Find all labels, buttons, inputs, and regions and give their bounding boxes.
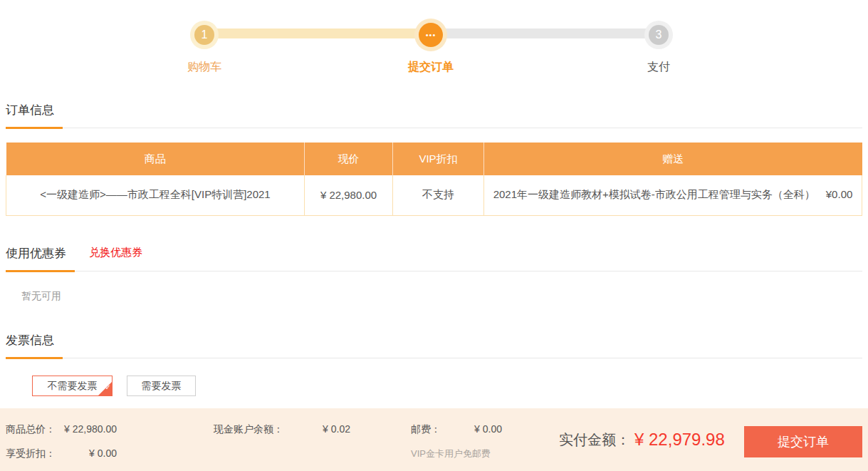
step-submit-circle: ••• xyxy=(414,19,447,51)
ellipsis-icon: ••• xyxy=(419,23,443,47)
col-header-price: 现价 xyxy=(305,143,393,175)
step-submit-label: 提交订单 xyxy=(408,60,454,75)
col-header-gift: 赠送 xyxy=(484,143,862,175)
payable-value: ¥ 22,979.98 xyxy=(634,430,725,450)
need-invoice-label: 需要发票 xyxy=(142,380,182,391)
discount-label: 享受折扣： xyxy=(6,448,61,459)
step-cart-circle: 1 xyxy=(190,21,219,49)
payable-label: 实付金额： xyxy=(559,430,630,450)
order-table: 商品 现价 VIP折扣 赠送 <一级建造师>——市政工程全科[VIP特训营]20… xyxy=(6,143,862,216)
total-price-value: ¥ 22,980.00 xyxy=(61,424,117,435)
postage-note: VIP金卡用户免邮费 xyxy=(411,448,491,459)
invoice-section: 发票信息 不需要发票 ✓ 需要发票 xyxy=(6,333,862,396)
no-invoice-button[interactable]: 不需要发票 ✓ xyxy=(32,376,113,396)
step-pay-circle: 3 xyxy=(644,21,673,49)
order-table-row: <一级建造师>——市政工程全科[VIP特训营]2021 ¥ 22,980.00 … xyxy=(6,175,862,215)
total-price-label: 商品总价： xyxy=(6,424,61,435)
step-pay-label: 支付 xyxy=(647,60,670,75)
title-underline xyxy=(6,357,63,359)
coupon-title: 使用优惠券 xyxy=(6,246,66,262)
invoice-options: 不需要发票 ✓ 需要发票 xyxy=(6,376,862,396)
step-cart-label: 购物车 xyxy=(187,60,221,75)
step-cart-number: 1 xyxy=(194,25,214,45)
invoice-header: 发票信息 xyxy=(6,333,862,358)
cash-balance-group: 现金账户余额： ¥ 0.02 xyxy=(214,424,350,448)
discount-value: ¥ 0.00 xyxy=(61,448,117,459)
stepper-segment-done xyxy=(204,29,431,38)
cell-product-name: <一级建造师>——市政工程全科[VIP特训营]2021 xyxy=(6,175,305,215)
cell-vip-discount: 不支持 xyxy=(393,175,484,215)
no-invoice-label: 不需要发票 xyxy=(48,380,98,391)
checkout-stepper: 1 ••• 3 购物车 提交订单 支付 xyxy=(0,0,868,80)
payable-amount-group: 实付金额： ¥ 22,979.98 xyxy=(559,408,725,471)
order-summary-bar: 商品总价： ¥ 22,980.00 享受折扣： ¥ 0.00 现金账户余额： ¥… xyxy=(0,408,868,471)
col-header-vip-discount: VIP折扣 xyxy=(393,143,484,175)
col-header-product: 商品 xyxy=(6,143,305,175)
submit-order-button[interactable]: 提交订单 xyxy=(744,426,862,457)
order-info-title: 订单信息 xyxy=(6,103,54,118)
cell-price: ¥ 22,980.00 xyxy=(305,175,393,215)
cash-balance-value: ¥ 0.02 xyxy=(293,424,350,435)
divider xyxy=(6,271,862,271)
step-pay-number: 3 xyxy=(649,25,669,45)
order-table-header-row: 商品 现价 VIP折扣 赠送 xyxy=(6,143,862,175)
order-info-section: 订单信息 商品 现价 VIP折扣 赠送 <一级建造师>——市政工程全科[VIP特… xyxy=(6,103,862,216)
postage-label: 邮费： xyxy=(411,424,445,435)
redeem-coupon-link[interactable]: 兑换优惠券 xyxy=(89,246,142,258)
title-underline xyxy=(6,127,63,129)
title-underline xyxy=(6,270,75,272)
need-invoice-button[interactable]: 需要发票 xyxy=(127,376,196,396)
divider xyxy=(6,128,862,128)
check-icon: ✓ xyxy=(105,378,111,397)
cell-gift: 2021年一级建造师教材+模拟试卷-市政公用工程管理与实务（全科） ¥0.00 xyxy=(484,175,862,215)
postage-group: 邮费： ¥ 0.00 VIP金卡用户免邮费 xyxy=(411,424,502,471)
coupon-section: 使用优惠券兑换优惠券 暂无可用 xyxy=(6,246,862,303)
cash-balance-label: 现金账户余额： xyxy=(214,424,293,435)
total-price-group: 商品总价： ¥ 22,980.00 享受折扣： ¥ 0.00 xyxy=(6,424,117,471)
divider xyxy=(6,358,862,358)
coupon-empty-text: 暂无可用 xyxy=(6,271,862,303)
invoice-title: 发票信息 xyxy=(6,333,54,348)
checkout-page: 1 ••• 3 购物车 提交订单 支付 订单信息 商品 现价 VIP折扣 赠送 xyxy=(0,0,868,471)
postage-value: ¥ 0.00 xyxy=(445,424,502,435)
stepper-segment-todo xyxy=(431,29,659,38)
coupon-header: 使用优惠券兑换优惠券 xyxy=(6,246,862,271)
order-info-header: 订单信息 xyxy=(6,103,862,128)
